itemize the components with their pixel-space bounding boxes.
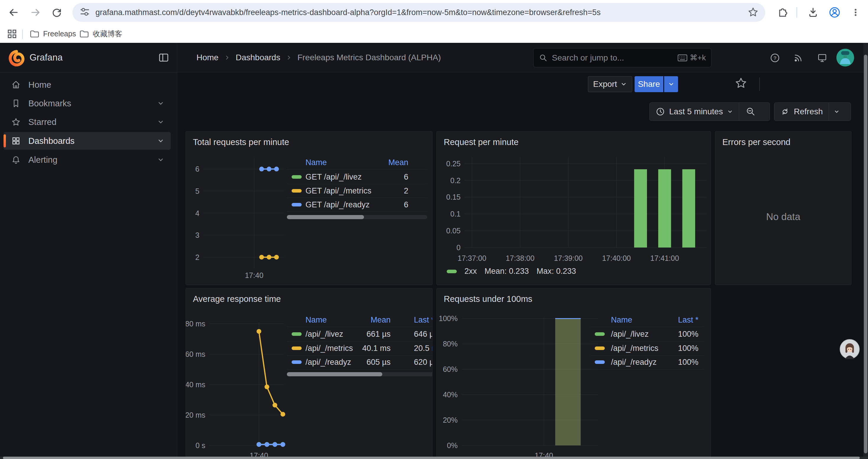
legend-value: 20.5 ms — [414, 343, 433, 353]
breadcrumb: Home Dashboards Freeleaps Metrics Dashbo… — [196, 43, 441, 72]
legend-column-header[interactable]: Name — [611, 315, 632, 325]
bookmarks-bar: Freeleaps 收藏博客 — [0, 25, 868, 43]
legend-column-header[interactable]: Last * — [678, 315, 699, 325]
legend-series-name[interactable]: GET /api/_/livez — [306, 172, 362, 182]
sidebar-item-starred[interactable]: Starred — [4, 113, 171, 131]
panel-total-requests-per-minute: Total requests per minute 6543217:40 Nam… — [186, 131, 433, 285]
kiosk-mode-button[interactable] — [817, 53, 827, 62]
search-box[interactable]: ⌘+k — [533, 48, 711, 67]
legend-swatch[interactable] — [291, 189, 302, 193]
puzzle-icon — [777, 7, 788, 18]
dock-menu-toggle-button[interactable] — [158, 52, 169, 64]
legend-scrollbar-thumb[interactable] — [287, 215, 364, 219]
sidebar-item-label: Starred — [28, 117, 56, 127]
legend-scrollbar-track[interactable] — [287, 372, 433, 376]
legend-series-name[interactable]: GET /api/_/readyz — [306, 200, 370, 210]
legend-column-header[interactable]: Name — [306, 315, 327, 325]
back-arrow-icon — [8, 7, 19, 18]
downloads-button[interactable] — [805, 4, 821, 21]
legend-swatch[interactable] — [291, 360, 302, 364]
legend-column-header[interactable]: Mean — [388, 157, 408, 167]
horizontal-scrollbar-thumb[interactable] — [3, 457, 860, 459]
grafana-logo[interactable] — [8, 49, 25, 66]
bookmark-folder-freeleaps[interactable]: Freeleaps — [30, 27, 76, 40]
legend-swatch[interactable] — [291, 203, 302, 206]
legend-series-name[interactable]: /api/_/readyz — [306, 357, 351, 367]
legend-stat-max: Max: 0.233 — [536, 267, 576, 276]
panel-title[interactable]: Errors per second — [722, 137, 790, 147]
horizontal-scrollbar-track[interactable] — [0, 457, 868, 459]
sidebar-item-bookmarks[interactable]: Bookmarks — [4, 95, 171, 112]
share-button[interactable]: Share — [634, 76, 663, 92]
user-avatar-button[interactable] — [836, 49, 854, 67]
legend-column-header[interactable]: Name — [306, 157, 327, 167]
folder-icon — [30, 29, 39, 39]
legend-swatch[interactable] — [291, 175, 302, 179]
legend-column-header[interactable]: Mean — [370, 315, 391, 325]
profile-button[interactable] — [826, 4, 843, 21]
svg-text:0.2: 0.2 — [450, 176, 461, 185]
legend-value: 2 — [404, 186, 408, 196]
sidebar-item-label: Alerting — [28, 155, 57, 165]
rss-icon — [793, 53, 803, 63]
legend-series-name[interactable]: /api/_/livez — [611, 329, 649, 339]
bookmark-page-star-button[interactable] — [747, 6, 759, 19]
favorite-dashboard-button[interactable] — [735, 76, 747, 90]
legend-inline: 2xx Mean: 0.233 Max: 0.233 — [447, 267, 576, 276]
breadcrumb-home[interactable]: Home — [196, 53, 219, 62]
folder-icon — [79, 29, 89, 39]
legend-swatch[interactable] — [595, 360, 605, 364]
legend-table: NameLast */api/_/livez100%/api/_/metrics… — [437, 288, 711, 457]
vertical-scrollbar-thumb[interactable] — [864, 55, 867, 453]
extensions-button[interactable] — [774, 4, 790, 21]
legend-scrollbar-thumb[interactable] — [287, 372, 382, 376]
refresh-button[interactable]: Refresh — [774, 103, 829, 121]
bookmark-folder-blogs[interactable]: 收藏博客 — [79, 27, 122, 40]
legend-swatch[interactable] — [291, 332, 302, 336]
request-per-minute-chart[interactable]: 0.250.20.150.10.05017:37:0017:38:0017:39… — [437, 131, 711, 285]
legend-series-name[interactable]: /api/_/metrics — [306, 343, 353, 353]
chevron-down-icon — [157, 137, 164, 144]
news-button[interactable] — [793, 53, 803, 62]
search-input[interactable] — [552, 53, 673, 63]
site-info-icon[interactable] — [80, 6, 90, 18]
forward-arrow-icon — [30, 7, 41, 18]
floating-assistant-avatar[interactable] — [840, 339, 860, 359]
legend-scrollbar-track[interactable] — [287, 215, 427, 219]
legend-series-name[interactable]: /api/_/metrics — [611, 343, 658, 353]
browser-menu-button[interactable] — [847, 4, 864, 21]
help-button[interactable]: ? — [770, 53, 779, 62]
sidebar-item-dashboards[interactable]: Dashboards — [4, 132, 171, 150]
refresh-interval-dropdown[interactable] — [829, 103, 844, 121]
legend-series-name[interactable]: /api/_/readyz — [611, 357, 657, 367]
grafana-app: Grafana Home Bookmarks Starred Dashboard… — [0, 43, 868, 457]
breadcrumb-dashboards[interactable]: Dashboards — [236, 53, 280, 62]
legend-row-separator — [287, 327, 433, 327]
legend-series-name[interactable]: 2xx — [464, 267, 477, 276]
keyboard-icon — [677, 54, 687, 62]
apps-grid-button[interactable] — [6, 28, 18, 40]
sidebar-item-alerting[interactable]: Alerting — [4, 151, 171, 169]
legend-swatch[interactable] — [447, 270, 457, 273]
vertical-scrollbar-track[interactable] — [863, 43, 868, 457]
legend-column-header[interactable]: Last * — [414, 315, 433, 325]
zoom-out-time-button[interactable] — [739, 103, 762, 121]
export-button[interactable]: Export — [588, 76, 632, 92]
browser-forward-button[interactable] — [27, 4, 44, 21]
browser-back-button[interactable] — [5, 4, 22, 21]
legend-swatch[interactable] — [291, 347, 302, 350]
legend-value: 100% — [678, 329, 699, 339]
browser-reload-button[interactable] — [49, 4, 65, 21]
time-range-picker[interactable]: Last 5 minutes — [650, 103, 739, 121]
legend-table: NameMeanLast */api/_/livez661 µs646 µs/a… — [186, 288, 432, 457]
legend-swatch[interactable] — [595, 332, 605, 336]
svg-text:17:39:00: 17:39:00 — [554, 254, 583, 262]
legend-series-name[interactable]: GET /api/_/metrics — [306, 186, 371, 196]
sidebar-item-home[interactable]: Home — [4, 76, 171, 94]
legend-swatch[interactable] — [595, 347, 605, 350]
legend-series-name[interactable]: /api/_/livez — [306, 329, 343, 339]
svg-text:17:41:00: 17:41:00 — [650, 254, 679, 262]
address-bar[interactable]: grafana.mathmast.com/d/deytv4rwavabkb/fr… — [72, 3, 765, 22]
share-dropdown-button[interactable] — [664, 76, 678, 92]
legend-value: 661 µs — [366, 329, 391, 339]
